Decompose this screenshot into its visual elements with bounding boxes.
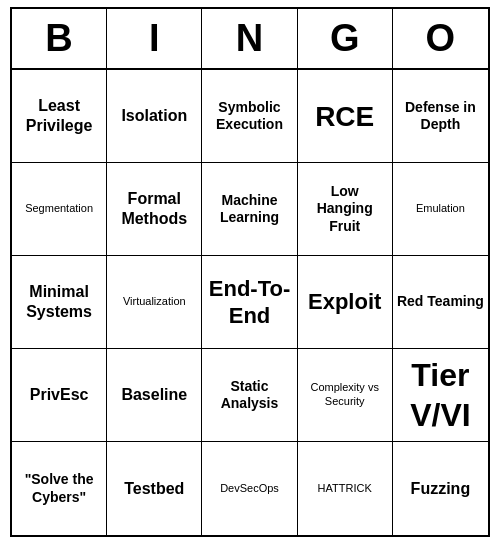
bingo-header-letter: B — [12, 9, 107, 68]
bingo-cell: Tier V/VI — [393, 349, 488, 442]
cell-label: Baseline — [121, 385, 187, 405]
bingo-cell: Static Analysis — [202, 349, 297, 442]
bingo-cell: Baseline — [107, 349, 202, 442]
cell-label: Least Privilege — [16, 96, 102, 136]
bingo-cell: Least Privilege — [12, 70, 107, 163]
cell-label: RCE — [315, 99, 374, 134]
bingo-cell: PrivEsc — [12, 349, 107, 442]
cell-label: Symbolic Execution — [206, 99, 292, 134]
bingo-cell: End-To-End — [202, 256, 297, 349]
cell-label: Minimal Systems — [16, 282, 102, 322]
bingo-card: BINGO Least PrivilegeIsolationSymbolic E… — [10, 7, 490, 537]
cell-label: Emulation — [416, 202, 465, 216]
bingo-cell: Minimal Systems — [12, 256, 107, 349]
bingo-cell: Defense in Depth — [393, 70, 488, 163]
bingo-cell: DevSecOps — [202, 442, 297, 535]
bingo-cell: "Solve the Cybers" — [12, 442, 107, 535]
bingo-header-letter: O — [393, 9, 488, 68]
cell-label: PrivEsc — [30, 385, 89, 405]
cell-label: DevSecOps — [220, 482, 279, 496]
cell-label: Virtualization — [123, 295, 186, 309]
bingo-cell: Virtualization — [107, 256, 202, 349]
bingo-cell: Symbolic Execution — [202, 70, 297, 163]
bingo-cell: Fuzzing — [393, 442, 488, 535]
cell-label: Red Teaming — [397, 293, 484, 311]
cell-label: Tier V/VI — [397, 355, 484, 435]
cell-label: Static Analysis — [206, 378, 292, 413]
bingo-cell: HATTRICK — [298, 442, 393, 535]
bingo-cell: Segmentation — [12, 163, 107, 256]
bingo-header: BINGO — [12, 9, 488, 70]
cell-label: Complexity vs Security — [302, 381, 388, 409]
cell-label: Exploit — [308, 288, 381, 316]
bingo-cell: RCE — [298, 70, 393, 163]
cell-label: "Solve the Cybers" — [16, 471, 102, 506]
bingo-cell: Machine Learning — [202, 163, 297, 256]
cell-label: Low Hanging Fruit — [302, 183, 388, 236]
cell-label: Formal Methods — [111, 189, 197, 229]
cell-label: End-To-End — [206, 275, 292, 330]
bingo-cell: Red Teaming — [393, 256, 488, 349]
bingo-cell: Formal Methods — [107, 163, 202, 256]
bingo-header-letter: I — [107, 9, 202, 68]
bingo-cell: Low Hanging Fruit — [298, 163, 393, 256]
bingo-header-letter: G — [298, 9, 393, 68]
cell-label: Fuzzing — [411, 479, 471, 499]
cell-label: Isolation — [121, 106, 187, 126]
cell-label: Testbed — [124, 479, 184, 499]
bingo-cell: Complexity vs Security — [298, 349, 393, 442]
cell-label: Defense in Depth — [397, 99, 484, 134]
bingo-header-letter: N — [202, 9, 297, 68]
bingo-cell: Exploit — [298, 256, 393, 349]
cell-label: Segmentation — [25, 202, 93, 216]
bingo-cell: Isolation — [107, 70, 202, 163]
bingo-cell: Emulation — [393, 163, 488, 256]
bingo-grid: Least PrivilegeIsolationSymbolic Executi… — [12, 70, 488, 535]
cell-label: Machine Learning — [206, 192, 292, 227]
cell-label: HATTRICK — [318, 482, 372, 496]
bingo-cell: Testbed — [107, 442, 202, 535]
